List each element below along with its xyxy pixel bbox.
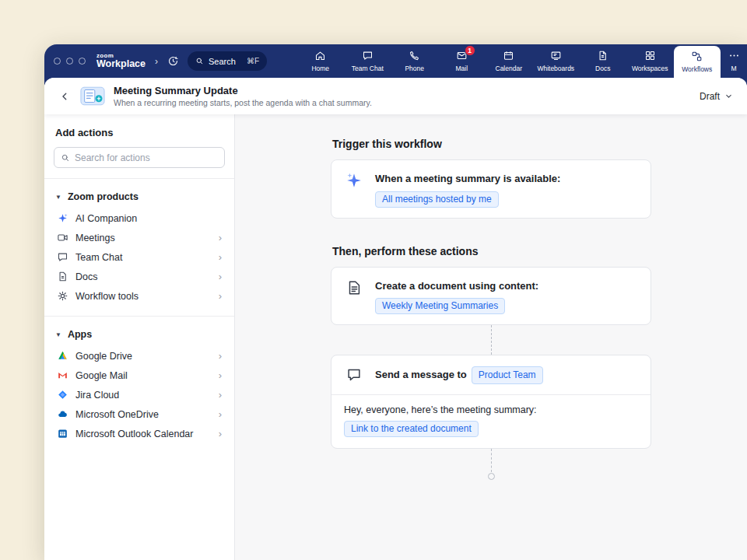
trigger-heading: Trigger this workflow — [332, 138, 747, 150]
document-content-chip[interactable]: Weekly Meeting Summaries — [375, 298, 505, 314]
section-label: Zoom products — [68, 191, 139, 202]
send-message-header: Send a message toProduct Team — [331, 355, 651, 395]
back-button[interactable] — [55, 87, 74, 106]
sidebar-item-label: Meetings — [75, 233, 115, 243]
document-icon — [344, 278, 364, 298]
end-connector — [331, 449, 651, 480]
caret-down-icon: ▼ — [55, 331, 61, 338]
connector — [331, 325, 651, 355]
caret-down-icon: ▼ — [55, 194, 61, 201]
meetings-icon — [57, 232, 68, 243]
phone-icon — [409, 50, 420, 61]
mail-unread-badge: 1 — [465, 45, 475, 56]
search-icon — [61, 153, 70, 163]
sidebar-item-microsoft-outlook-calendar[interactable]: Microsoft Outlook Calendar › — [54, 424, 225, 443]
topbar-left: zoom Workplace › Search ⌘F — [54, 44, 267, 78]
chat-bubble-icon — [344, 365, 364, 385]
nav-workspaces[interactable]: Workspaces — [626, 44, 674, 78]
send-message-label: Send a message to — [375, 369, 467, 380]
section-label: Apps — [68, 329, 92, 340]
add-step-node[interactable] — [488, 473, 495, 480]
chevron-right-icon: › — [219, 409, 222, 419]
trigger-scope-chip[interactable]: All meetings hosted by me — [375, 191, 499, 208]
sidebar-item-label: Workflow tools — [75, 291, 139, 302]
workflow-canvas: Trigger this workflow When a meeting sum… — [235, 114, 747, 560]
brand-chevron-icon[interactable]: › — [155, 56, 158, 67]
sidebar-item-label: Docs — [75, 271, 97, 282]
workflow-body: Add actions ▼ Zoom products AI Companion — [44, 114, 747, 560]
create-document-text: Create a document using content: — [375, 278, 538, 293]
app-window: zoom Workplace › Search ⌘F Home — [44, 44, 747, 560]
nav-label: Workflows — [682, 65, 712, 73]
trigger-card[interactable]: When a meeting summary is available: All… — [331, 159, 651, 219]
sidebar-item-team-chat[interactable]: Team Chat › — [54, 247, 225, 267]
message-body-text: Hey, everyone, here’s the meeting summar… — [344, 404, 638, 415]
chevron-right-icon: › — [219, 271, 222, 282]
send-message-text: Send a message toProduct Team — [375, 366, 543, 384]
jira-icon — [57, 389, 68, 401]
nav-label: Phone — [405, 65, 424, 72]
history-button[interactable] — [165, 54, 181, 69]
nav-label: Workspaces — [632, 65, 668, 72]
window-zoom-button[interactable] — [79, 58, 86, 65]
section-zoom-products[interactable]: ▼ Zoom products — [54, 189, 225, 205]
search-button[interactable]: Search ⌘F — [188, 51, 267, 71]
gmail-icon — [57, 369, 68, 381]
brand-workplace: Workplace — [96, 59, 146, 69]
sidebar-item-workflow-tools[interactable]: Workflow tools › — [54, 286, 225, 306]
nav-whiteboards[interactable]: Whiteboards — [532, 44, 580, 78]
nav-label: Docs — [595, 65, 610, 72]
status-badge: Draft — [700, 91, 720, 102]
sidebar-item-jira-cloud[interactable]: Jira Cloud › — [54, 385, 225, 404]
sidebar-item-label: Jira Cloud — [75, 390, 119, 401]
nav-phone[interactable]: Phone — [391, 44, 439, 78]
team-chat-icon — [57, 251, 68, 263]
sidebar-item-label: Team Chat — [75, 252, 122, 263]
docs-icon — [597, 50, 608, 61]
sidebar-item-ai-companion[interactable]: AI Companion — [54, 208, 225, 228]
create-document-content: Create a document using content: Weekly … — [375, 278, 538, 315]
workflows-icon — [691, 51, 703, 62]
meeting-summary-illustration-icon — [80, 86, 105, 106]
chevron-right-icon: › — [219, 370, 222, 380]
nav-workflows-active[interactable]: Workflows — [674, 46, 721, 78]
more-dots-icon — [728, 50, 740, 61]
message-body: Hey, everyone, here’s the meeting summar… — [331, 395, 651, 448]
nav-label: M — [731, 65, 736, 72]
send-message-card[interactable]: Send a message toProduct Team Hey, every… — [331, 355, 651, 449]
chevron-right-icon: › — [219, 252, 222, 262]
chevron-right-icon: › — [219, 233, 222, 243]
page-subtitle: When a recurring meeting starts, post th… — [114, 98, 372, 107]
google-drive-icon — [57, 350, 68, 362]
status-dropdown[interactable]: Draft — [700, 91, 733, 102]
document-link-chip[interactable]: Link to the created document — [344, 421, 479, 437]
recipient-chip[interactable]: Product Team — [472, 366, 543, 384]
sidebar-item-google-mail[interactable]: Google Mail › — [54, 366, 225, 385]
sidebar-item-meetings[interactable]: Meetings › — [54, 228, 225, 247]
section-apps[interactable]: ▼ Apps — [54, 327, 225, 342]
actions-sidebar: Add actions ▼ Zoom products AI Companion — [44, 114, 235, 560]
sidebar-item-label: Microsoft Outlook Calendar — [75, 429, 193, 439]
search-input[interactable] — [75, 152, 218, 163]
nav-calendar[interactable]: Calendar — [486, 44, 533, 78]
nav-docs[interactable]: Docs — [580, 44, 627, 78]
nav-more-partial[interactable]: M — [721, 44, 747, 78]
window-minimize-button[interactable] — [66, 58, 73, 65]
sidebar-title: Add actions — [55, 127, 225, 138]
nav-home[interactable]: Home — [297, 44, 345, 78]
create-document-card[interactable]: Create a document using content: Weekly … — [331, 267, 651, 326]
window-close-button[interactable] — [54, 58, 61, 65]
sidebar-item-google-drive[interactable]: Google Drive › — [54, 346, 225, 366]
nav-team-chat[interactable]: Team Chat — [344, 44, 391, 78]
sidebar-item-docs[interactable]: Docs › — [54, 267, 225, 286]
chevron-right-icon: › — [219, 390, 222, 400]
primary-nav: Home Team Chat Phone Mail 1 Calendar — [297, 44, 747, 78]
sidebar-item-microsoft-onedrive[interactable]: Microsoft OneDrive › — [54, 404, 225, 424]
whiteboards-icon — [550, 50, 562, 61]
trigger-card-content: When a meeting summary is available: All… — [375, 170, 560, 208]
actions-search-box[interactable] — [54, 147, 225, 168]
nav-label: Mail — [455, 65, 468, 72]
chevron-right-icon: › — [219, 429, 222, 439]
search-shortcut: ⌘F — [247, 57, 259, 65]
nav-mail[interactable]: Mail 1 — [438, 44, 486, 78]
